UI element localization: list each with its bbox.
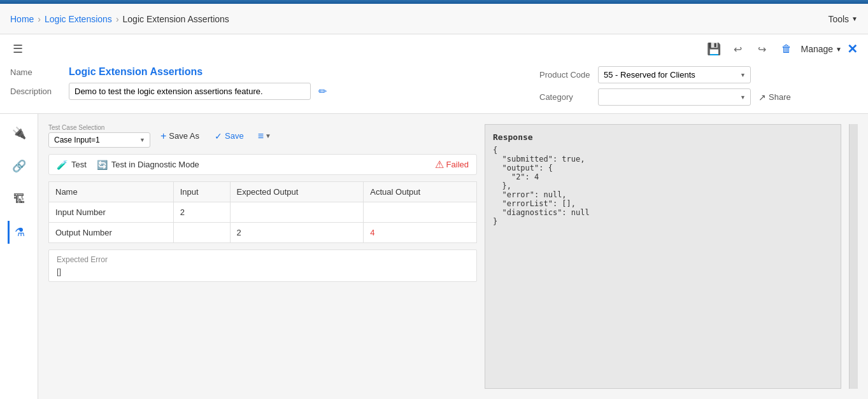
form-section: Name Logic Extension Assertions Descript… [10, 61, 858, 113]
check-icon: ✓ [215, 131, 222, 141]
save-as-label: Save As [169, 131, 199, 141]
diagnostic-icon: 🔄 [97, 160, 108, 170]
breadcrumb-sep-2: › [116, 14, 119, 24]
row2-actual: 4 [364, 223, 477, 243]
tools-label: Tools [828, 14, 849, 24]
main-container: ☰ 💾 ↩ ↪ 🗑 [0, 34, 868, 399]
save-as-button[interactable]: + Save As [155, 128, 204, 144]
test-toolbar: 🧪 Test 🔄 Test in Diagnostic Mode ⚠ Faile… [48, 154, 477, 175]
menu-chevron-icon: ▼ [265, 132, 271, 139]
test-case-label: Test Case Selection [48, 124, 150, 131]
header-toolbar: 💾 ↩ ↪ 🗑 Manage ▼ [704, 39, 858, 59]
breadcrumb-current: Logic Extension Assertions [123, 14, 229, 24]
category-select-wrap [598, 88, 751, 106]
table-row: Input Number 2 [49, 202, 477, 223]
action-toolbar: Test Case Selection Case Input=1 + Save … [48, 124, 477, 148]
redo-button[interactable]: ↪ [753, 39, 772, 59]
description-input[interactable] [69, 83, 311, 100]
test-button[interactable]: 🧪 Test [57, 160, 87, 170]
diagnostic-label: Test in Diagnostic Mode [111, 160, 199, 169]
form-left: Name Logic Extension Assertions Descript… [10, 66, 514, 100]
sidebar-icon-hierarchy[interactable]: 🏗 [8, 188, 31, 211]
scrollbar-track[interactable] [849, 124, 858, 389]
tools-arrow-icon: ▼ [851, 15, 858, 22]
response-title: Response [493, 132, 833, 142]
save-label: Save [225, 131, 244, 141]
category-select[interactable] [598, 88, 751, 106]
test-case-selection-wrapper: Test Case Selection Case Input=1 [48, 124, 150, 148]
response-content: { "submitted": true, "output": { "2": 4 … [493, 146, 833, 226]
form-right: Product Code 55 - Reserved for Clients C… [539, 66, 858, 106]
sidebar-icon-plug[interactable]: 🔌 [8, 122, 31, 144]
breadcrumb-logic-extensions[interactable]: Logic Extensions [45, 14, 112, 24]
failed-label: Failed [446, 160, 469, 169]
category-label: Category [539, 92, 590, 102]
undo-button[interactable]: ↩ [729, 39, 748, 59]
name-value: Logic Extension Assertions [69, 66, 203, 78]
menu-button[interactable]: ≡ ▼ [254, 128, 275, 144]
edit-icon[interactable]: ✏ [318, 85, 327, 97]
delete-button[interactable]: 🗑 [777, 39, 796, 59]
manage-button[interactable]: Manage ▼ [801, 44, 843, 54]
expected-error-value: [] [57, 267, 469, 276]
row2-name: Output Number [49, 223, 174, 243]
breadcrumb: Home › Logic Extensions › Logic Extensio… [10, 14, 229, 24]
sidebar: 🔌 🔗 🏗 ⚗ [0, 114, 38, 399]
hamburger-menu[interactable]: ☰ [10, 39, 25, 59]
close-button[interactable]: ✕ [847, 41, 858, 57]
flask-icon: ⚗ [15, 225, 25, 239]
plug-icon: 🔌 [12, 126, 26, 140]
header-left: ☰ [10, 39, 25, 59]
table-header-row: Name Input Expected Output Actual Output [49, 182, 477, 202]
share-icon: ↗ [758, 92, 766, 102]
close-x-icon: ✕ [847, 42, 858, 56]
row1-input: 2 [173, 202, 230, 223]
save-toolbar-button[interactable]: 💾 [704, 39, 723, 59]
menu-lines-icon: ≡ [258, 130, 264, 142]
breadcrumb-bar: Home › Logic Extensions › Logic Extensio… [0, 4, 868, 34]
test-table: Name Input Expected Output Actual Output… [48, 181, 477, 243]
col-input: Input [173, 182, 230, 202]
manage-chevron-icon: ▼ [836, 46, 842, 53]
save-button[interactable]: ✓ Save [210, 129, 249, 144]
test-label: Test [71, 160, 87, 169]
hierarchy-icon: 🏗 [13, 193, 25, 206]
plus-icon: + [160, 130, 166, 142]
product-code-select-wrap: 55 - Reserved for Clients [598, 66, 751, 83]
content-area: 🔌 🔗 🏗 ⚗ Test Case Selection [0, 114, 868, 399]
product-code-row: Product Code 55 - Reserved for Clients [539, 66, 858, 83]
delete-icon: 🗑 [781, 43, 792, 55]
main-panel: Test Case Selection Case Input=1 + Save … [38, 114, 868, 399]
case-select-wrap: Case Input=1 [48, 132, 150, 148]
manage-label: Manage [801, 44, 834, 54]
failed-badge: ⚠ Failed [435, 158, 469, 171]
expected-error-section: Expected Error [] [48, 249, 477, 282]
sidebar-icon-network[interactable]: 🔗 [8, 155, 31, 178]
table-row: Output Number 2 4 [49, 223, 477, 243]
sidebar-icon-flask[interactable]: ⚗ [8, 221, 31, 244]
row1-expected [230, 202, 364, 223]
row1-actual [364, 202, 477, 223]
left-panel: Test Case Selection Case Input=1 + Save … [48, 124, 477, 389]
name-row: Name Logic Extension Assertions [10, 66, 514, 78]
product-code-select[interactable]: 55 - Reserved for Clients [598, 66, 751, 83]
table-body: Input Number 2 Output Number 2 4 [49, 202, 477, 243]
product-code-label: Product Code [539, 70, 590, 80]
undo-icon: ↩ [734, 43, 742, 55]
case-select[interactable]: Case Input=1 [48, 132, 150, 148]
response-panel: Response { "submitted": true, "output": … [485, 124, 841, 389]
breadcrumb-sep-1: › [38, 14, 41, 24]
col-actual: Actual Output [364, 182, 477, 202]
redo-icon: ↪ [758, 43, 766, 55]
header-top: ☰ 💾 ↩ ↪ 🗑 [10, 34, 858, 61]
row2-expected: 2 [230, 223, 364, 243]
col-name: Name [49, 182, 174, 202]
diagnostic-button[interactable]: 🔄 Test in Diagnostic Mode [97, 160, 199, 170]
expected-error-label: Expected Error [57, 255, 469, 264]
table-head: Name Input Expected Output Actual Output [49, 182, 477, 202]
breadcrumb-home[interactable]: Home [10, 14, 34, 24]
network-icon: 🔗 [12, 159, 26, 173]
share-button[interactable]: ↗ Share [758, 92, 791, 102]
test-flask-icon: 🧪 [57, 160, 68, 170]
tools-button[interactable]: Tools ▼ [828, 14, 858, 24]
